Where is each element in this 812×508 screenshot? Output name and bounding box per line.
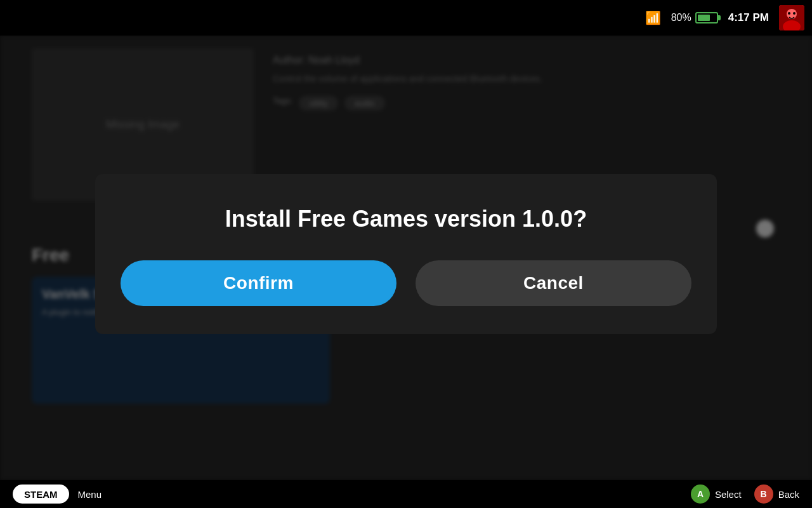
battery-percent: 80%	[671, 12, 691, 23]
confirm-button[interactable]: Confirm	[121, 260, 396, 306]
b-button-container: B Back	[754, 485, 799, 504]
a-button-icon: A	[691, 485, 710, 504]
avatar	[779, 5, 804, 30]
wifi-icon: 📶	[645, 10, 661, 25]
dialog-title: Install Free Games version 1.0.0?	[121, 206, 691, 232]
menu-label: Menu	[78, 489, 102, 500]
bottom-right: A Select B Back	[691, 485, 799, 504]
select-label: Select	[715, 489, 742, 500]
back-label: Back	[778, 489, 799, 500]
bottom-bar: STEAM Menu A Select B Back	[0, 480, 812, 508]
b-button-icon: B	[754, 485, 773, 504]
steam-button[interactable]: STEAM	[13, 485, 69, 504]
cancel-button[interactable]: Cancel	[416, 260, 691, 306]
bottom-left: STEAM Menu	[13, 485, 102, 504]
time-display: 4:17 PM	[728, 11, 769, 24]
svg-point-4	[793, 12, 796, 15]
battery-fill	[698, 15, 710, 21]
battery-container: 80%	[671, 12, 718, 23]
battery-icon	[695, 12, 718, 23]
svg-point-3	[788, 12, 790, 15]
dialog-buttons: Confirm Cancel	[121, 260, 691, 306]
status-bar: 📶 80% 4:17 PM	[0, 0, 812, 36]
install-dialog: Install Free Games version 1.0.0? Confir…	[95, 174, 717, 334]
a-button-container: A Select	[691, 485, 742, 504]
